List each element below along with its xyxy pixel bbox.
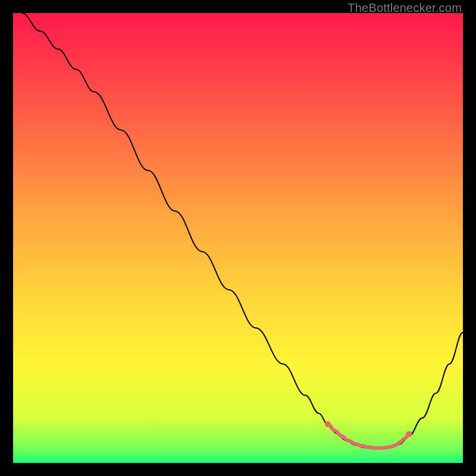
watermark-text: TheBottlenecker.com	[347, 1, 462, 15]
highlight-endpoint	[325, 421, 331, 427]
highlight-endpoint	[406, 431, 412, 437]
chart-frame	[13, 13, 463, 463]
gradient-background	[13, 13, 463, 463]
bottleneck-chart	[13, 13, 463, 463]
